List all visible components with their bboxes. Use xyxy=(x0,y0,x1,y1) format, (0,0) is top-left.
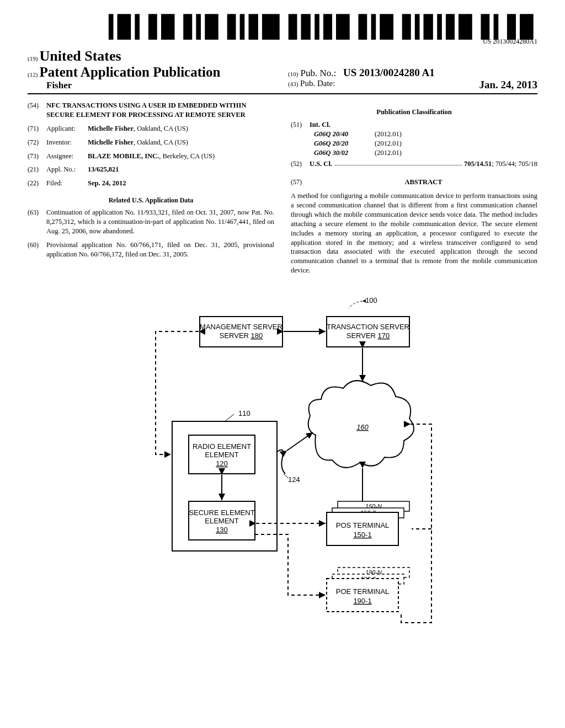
classification-heading: Publication Classification xyxy=(291,108,537,117)
svg-text:ELEMENT: ELEMENT xyxy=(205,517,238,525)
code-57: (57) xyxy=(291,178,310,191)
code-54: (54) xyxy=(28,101,46,120)
poe-num: 190-1 xyxy=(353,597,371,605)
uscl-value: 705/14.51 xyxy=(464,160,492,168)
inventor-label: Inventor: xyxy=(46,138,88,147)
publication-type: Patent Application Publication xyxy=(40,65,221,79)
ref-110: 110 xyxy=(238,409,250,417)
bibliographic-content: (54) NFC TRANSACTIONS USING A USER ID EM… xyxy=(28,101,537,275)
radio-label: RADIO ELEMENT xyxy=(193,442,251,451)
intcl-label: Int. Cl. xyxy=(310,121,331,129)
abstract-text: A method for configuring a mobile commun… xyxy=(291,191,537,275)
svg-text:ELEMENT: ELEMENT xyxy=(205,451,238,459)
abstract-heading: ABSTRACT xyxy=(310,178,537,187)
figure-svg: 100 MANAGEMENT SERVER SERVER 180 TRANSAC… xyxy=(111,292,454,645)
svg-text:SERVER 180: SERVER 180 xyxy=(220,331,263,340)
txn-server-label: TRANSACTION SERVER xyxy=(327,323,409,331)
right-column: Publication Classification (51) Int. Cl.… xyxy=(291,101,537,275)
applno-label: Appl. No.: xyxy=(46,165,88,174)
provisional-text: Provisional application No. 60/766,171, … xyxy=(46,240,274,259)
assignee-location: , Berkeley, CA (US) xyxy=(159,152,215,160)
barcode-graphic: ▌█▌▌▐▌█▌▐▌▌█▌▐▌▌█▐█▌▐▌█▐▐▌█▌▐▌▌█▌▐▌▌█▐▐▌… xyxy=(109,17,537,38)
code-72: (72) xyxy=(28,138,46,147)
assignee-label: Assignee: xyxy=(46,152,88,161)
pos-num: 150-1 xyxy=(353,531,371,539)
code-63: (63) xyxy=(28,208,46,236)
cloud-num: 160 xyxy=(356,423,369,431)
intcl-code-1: G06Q 20/20 xyxy=(310,139,375,148)
inventor-short-name: Fisher xyxy=(46,80,72,90)
code-71: (71) xyxy=(28,124,46,133)
patent-figure: 100 MANAGEMENT SERVER SERVER 180 TRANSAC… xyxy=(28,292,537,647)
code-21: (21) xyxy=(28,165,46,174)
svg-text:SERVER 170: SERVER 170 xyxy=(347,331,390,340)
code-51: (51) xyxy=(291,120,310,158)
code-73: (73) xyxy=(28,152,46,161)
intcl-ver-1: (2012.01) xyxy=(375,139,402,148)
uscl-label: U.S. Cl. xyxy=(310,159,332,169)
continuation-text: Continuation of application No. 11/933,3… xyxy=(46,208,274,236)
pos-label: POS TERMINAL xyxy=(336,521,390,529)
inventor-name: Michelle Fisher xyxy=(88,138,134,146)
code-43: (43) xyxy=(288,81,298,87)
ref-124: 124 xyxy=(288,475,300,484)
ref-100: 100 xyxy=(365,296,377,304)
secure-label: SECURE ELEMENT xyxy=(189,508,254,517)
applicant-location: , Oakland, CA (US) xyxy=(134,125,188,132)
intcl-ver-2: (2012.01) xyxy=(375,148,402,158)
applicant-label: Applicant: xyxy=(46,124,88,133)
invention-title: NFC TRANSACTIONS USING A USER ID EMBEDDE… xyxy=(46,101,274,120)
intcl-ver-0: (2012.01) xyxy=(375,130,402,139)
left-column: (54) NFC TRANSACTIONS USING A USER ID EM… xyxy=(28,101,274,275)
dotted-leader xyxy=(334,159,462,165)
svg-line-12 xyxy=(284,474,288,478)
radio-num: 120 xyxy=(216,459,228,468)
code-60: (60) xyxy=(28,240,46,259)
poe-label: POE TERMINAL xyxy=(336,587,390,596)
filed-label: Filed: xyxy=(46,179,88,188)
inventor-location: , Oakland, CA (US) xyxy=(134,138,188,146)
pubno-label: Pub. No.: xyxy=(301,68,337,78)
assignee-name: BLAZE MOBILE, INC. xyxy=(88,152,159,160)
barcode-region: ▌█▌▌▐▌█▌▐▌▌█▌▐▌▌█▐█▌▐▌█▐▐▌█▌▐▌▌█▌▐▌▌█▐▐▌… xyxy=(28,17,537,46)
svg-line-6 xyxy=(225,414,234,421)
secure-num: 130 xyxy=(216,526,228,534)
code-12: (12) xyxy=(28,71,38,78)
intcl-code-0: G06Q 20/40 xyxy=(310,130,375,139)
country-name: United States xyxy=(40,48,121,64)
applicant-name: Michelle Fisher xyxy=(88,125,134,132)
related-app-heading: Related U.S. Application Data xyxy=(28,196,274,205)
code-22: (22) xyxy=(28,179,46,188)
application-number: 13/625,821 xyxy=(88,165,119,173)
mgmt-server-num: 180 xyxy=(251,331,263,340)
code-52: (52) xyxy=(291,159,310,169)
txn-server-num: 170 xyxy=(378,331,390,340)
mgmt-server-label: MANAGEMENT SERVER xyxy=(200,323,282,331)
svg-line-14 xyxy=(287,432,313,451)
document-header: (19) United States (12) Patent Applicati… xyxy=(28,48,537,94)
publication-number: US 2013/0024280 A1 xyxy=(343,67,435,78)
code-19: (19) xyxy=(28,55,38,62)
intcl-code-2: G06Q 30/02 xyxy=(310,148,375,158)
pubdate-label: Pub. Date: xyxy=(300,79,335,88)
publication-date: Jan. 24, 2013 xyxy=(479,79,537,91)
filed-date: Sep. 24, 2012 xyxy=(88,179,126,187)
code-10: (10) xyxy=(288,71,298,77)
